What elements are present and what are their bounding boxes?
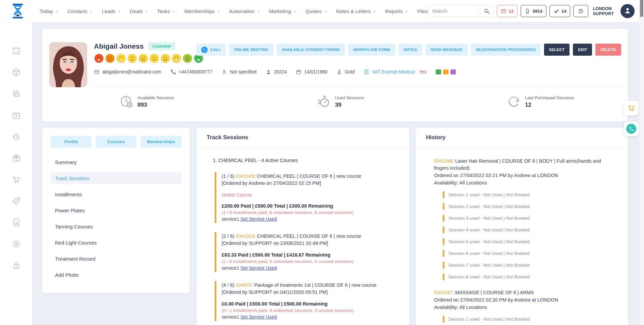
notes-button[interactable]: NOTES (398, 44, 422, 56)
button-label: ONLINE MEETING (234, 48, 268, 52)
workflow-form-button[interactable]: WORKFLOW FORM (348, 44, 395, 56)
button-label: WORKFLOW FORM (353, 48, 390, 52)
mood-face-icon-4[interactable] (127, 53, 137, 63)
rejuvenation-procedures-button[interactable]: REJUVENATION PROCEDURES (471, 44, 541, 56)
menu-item-track-sessions[interactable]: Track Sessions (51, 172, 181, 184)
search-input[interactable] (428, 8, 480, 14)
price-tag-icon[interactable] (12, 197, 21, 206)
session-bar (443, 250, 444, 257)
floating-phone-button[interactable] (624, 121, 639, 136)
delete-button[interactable]: DELETE (595, 44, 621, 56)
available-consent-forms-button[interactable]: AVAILABLE CONSENT FORMS (277, 44, 345, 56)
mood-face-icon-3[interactable] (116, 53, 126, 63)
nav-item-label: Tasks (157, 8, 170, 14)
tab-courses[interactable]: Courses (96, 136, 137, 148)
nav-item-memberships[interactable]: Memberships (184, 8, 220, 14)
search-button[interactable] (480, 5, 493, 17)
course-service: service1 Set Service Used (222, 314, 399, 320)
nav-item-contacts[interactable]: Contacts (67, 8, 93, 14)
report-icon[interactable] (12, 218, 21, 227)
tab-profile[interactable]: Profile (51, 136, 92, 148)
floating-cart-button[interactable] (624, 101, 639, 115)
chevron-down-icon (145, 9, 148, 13)
top-navbar: TodayContactsLeadsDealsTasksMembershipsA… (0, 0, 639, 22)
session-text: Session 2 used - Not Used | Not Booked (448, 204, 530, 209)
copy-icon[interactable] (12, 89, 21, 98)
session-text: Session 1 used - Not Used | Not Booked (448, 317, 530, 322)
gift-icon[interactable] (12, 154, 21, 163)
tasks-badge[interactable]: 14 (549, 5, 570, 17)
cube-icon[interactable] (12, 68, 21, 77)
cart-icon[interactable] (12, 175, 21, 184)
nav-item-notes-letters[interactable]: Notes & Letters (336, 8, 376, 14)
history-icon[interactable] (12, 132, 21, 141)
phone-icon (201, 47, 208, 53)
history-entry-title: ID#1047: MASSAGE | COURSE OF 6 | ARMS (434, 289, 615, 296)
menu-item-summary[interactable]: Summary (51, 156, 181, 168)
nav-item-quotes[interactable]: Quotes (306, 8, 327, 14)
mood-face-icon-1[interactable] (94, 53, 104, 63)
menu-item-installments[interactable]: Installments (51, 188, 181, 200)
stopwatch-icon (317, 95, 331, 109)
menu-item-tanning-courses[interactable]: Tanning Courses (51, 221, 181, 232)
mood-face-icon-5[interactable] (138, 53, 148, 63)
nav-item-reports[interactable]: Reports (385, 8, 409, 14)
user-sync-icon[interactable] (12, 239, 21, 249)
nav-item-marketing[interactable]: Marketing (269, 8, 297, 14)
nav-item-leads[interactable]: Leads (102, 8, 121, 14)
menu-item-add-photo[interactable]: Add Photo (51, 269, 181, 281)
tab-memberships[interactable]: Memberships (141, 136, 181, 148)
nav-item-files[interactable]: Files (417, 8, 428, 14)
nav-item-tasks[interactable]: Tasks (157, 8, 175, 14)
person-icon (221, 69, 227, 75)
mood-face-icon-7[interactable] (160, 53, 170, 63)
user-avatar[interactable] (621, 4, 635, 18)
page-scrollbar (639, 0, 644, 325)
call-button[interactable]: CALL (196, 44, 226, 56)
session-text: Session 4 used - Not Used | Not Booked (448, 227, 530, 232)
app-logo-hourglass-icon[interactable] (11, 3, 25, 19)
contact-item: Not specified (221, 69, 257, 75)
session-bar (443, 203, 444, 210)
session-text: Session 3 used - Not Used | Not Booked (448, 216, 530, 221)
chevron-down-icon (257, 9, 260, 13)
messages-badge[interactable]: 13 (497, 5, 518, 17)
session-row: Session 7 used - Not Used | Not Booked (443, 262, 619, 269)
session-row: Session 6 used - Not Used | Not Booked (443, 250, 619, 257)
calendar-import-icon[interactable] (12, 111, 21, 120)
edit-button[interactable]: EDIT (573, 44, 592, 56)
help-button[interactable] (573, 5, 588, 17)
set-service-used-link[interactable]: Set Service Used (240, 265, 277, 271)
button-label: CALL (210, 48, 221, 52)
session-text: Session 8 used - Not Used | Not Booked (448, 274, 530, 279)
menu-item-red-light-courses[interactable]: Red Light Courses (51, 237, 181, 249)
scrollbar-thumb[interactable] (640, 0, 643, 17)
send-message-button[interactable]: SEND MESSAGE (426, 44, 468, 56)
question-icon (578, 8, 584, 14)
track-sessions-body: 1. CHEMICAL PEEL - 4 Active Courses (1 /… (197, 148, 409, 325)
mood-face-icon-8[interactable] (171, 53, 181, 63)
contact-details-row: abigailjones@mailinator.com+447490009777… (94, 69, 456, 75)
lock-icon[interactable] (12, 261, 21, 270)
menu-item-treatment-record[interactable]: Treatment Record (51, 253, 181, 265)
select-button[interactable]: SELECT (544, 44, 570, 56)
calendar-12-icon[interactable]: 12 (12, 46, 21, 55)
nav-item-automation[interactable]: Automation (229, 8, 260, 14)
nav-item-deals[interactable]: Deals (130, 8, 148, 14)
contact-item: +447490009777 (170, 69, 212, 75)
mood-face-icon-9[interactable] (182, 53, 193, 63)
history-entry-availability: Availability: All Locations (434, 304, 619, 311)
set-service-used-link[interactable]: Set Service Used (240, 216, 277, 222)
mood-face-icon-2[interactable] (105, 53, 115, 63)
contact-item: Gold (336, 69, 355, 75)
delete-course-link[interactable]: Delete Course (222, 192, 252, 198)
stat-used-sessions: Used Sessions 39 (317, 95, 364, 109)
menu-item-power-plates[interactable]: Power Plates (51, 205, 181, 216)
contact-text: abigailjones@mailinator.com (102, 69, 161, 74)
online-meeting-button[interactable]: ONLINE MEETING (229, 44, 273, 56)
session-bar (443, 316, 444, 323)
nav-item-today[interactable]: Today (40, 8, 59, 14)
calls-badge[interactable]: 5914 (521, 5, 546, 17)
mood-face-icon-6[interactable] (149, 53, 159, 63)
set-service-used-link[interactable]: Set Service Used (240, 314, 277, 320)
